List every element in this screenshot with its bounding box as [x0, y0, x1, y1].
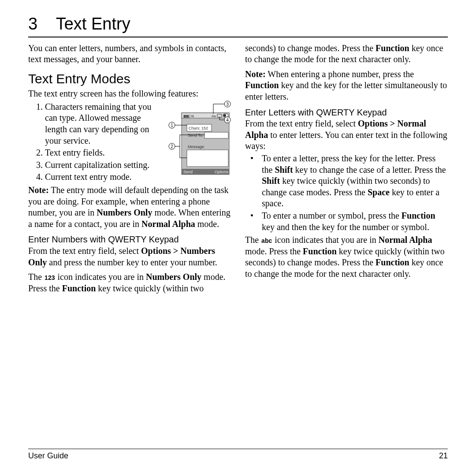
- note-default-mode: Note: The entry mode will default depend…: [28, 185, 231, 230]
- letters-ways-list: To enter a letter, press the key for the…: [245, 153, 448, 233]
- svg-text:4: 4: [226, 118, 229, 123]
- phone-screen-svg: Chars: 152 Send To: Message: Send Option…: [167, 100, 231, 178]
- svg-text:Message:: Message:: [188, 145, 205, 149]
- numbers-mode-icon: 123: [44, 275, 55, 281]
- svg-rect-6: [187, 150, 228, 167]
- two-column-body: You can enter letters, numbers, and symb…: [28, 43, 448, 294]
- enter-numbers-paragraph: From the text entry field, select Option…: [28, 245, 231, 268]
- footer-left: User Guide: [28, 451, 68, 461]
- svg-text:Send: Send: [183, 170, 193, 174]
- subsection-enter-letters: Enter Letters with QWERTY Keypad: [245, 107, 448, 119]
- footer-rule: [28, 449, 448, 449]
- list-item: To enter a number or symbol, press the F…: [245, 210, 448, 233]
- svg-rect-4: [205, 132, 228, 138]
- section-lead: The text entry screen has the following …: [28, 88, 231, 100]
- page-number: 21: [439, 451, 448, 461]
- svg-text:3: 3: [226, 102, 229, 107]
- svg-text:1: 1: [171, 123, 173, 128]
- chapter-title: 3 Text Entry: [28, 13, 448, 35]
- svg-text:2: 2: [171, 144, 173, 149]
- phone-screen-figure: Chars: 152 Send To: Message: Send Option…: [167, 100, 231, 178]
- svg-text:Chars: 152: Chars: 152: [189, 126, 208, 130]
- note-phone-number: Note: When entering a phone number, pres…: [245, 69, 448, 103]
- svg-text:Send To:: Send To:: [188, 133, 203, 138]
- letters-icon-paragraph: The abc icon indicates that you are in N…: [245, 234, 448, 279]
- horizontal-rule: [28, 37, 448, 37]
- list-item: To enter a letter, press the key for the…: [245, 153, 448, 209]
- svg-text:Options: Options: [215, 170, 229, 174]
- intro-paragraph: You can enter letters, numbers, and symb…: [28, 43, 231, 65]
- normal-alpha-mode-icon: abc: [261, 238, 272, 244]
- subsection-enter-numbers: Enter Numbers with QWERTY Keypad: [28, 234, 231, 245]
- svg-text:Aa: Aa: [212, 114, 216, 118]
- page-footer: User Guide 21: [28, 449, 448, 461]
- svg-text:▮▮▮▯ ⧉: ▮▮▮▯ ⧉: [183, 114, 194, 118]
- svg-point-15: [223, 114, 226, 117]
- section-heading-text-entry-modes: Text Entry Modes: [28, 71, 231, 87]
- enter-letters-paragraph: From the text entry field, select Option…: [245, 118, 448, 152]
